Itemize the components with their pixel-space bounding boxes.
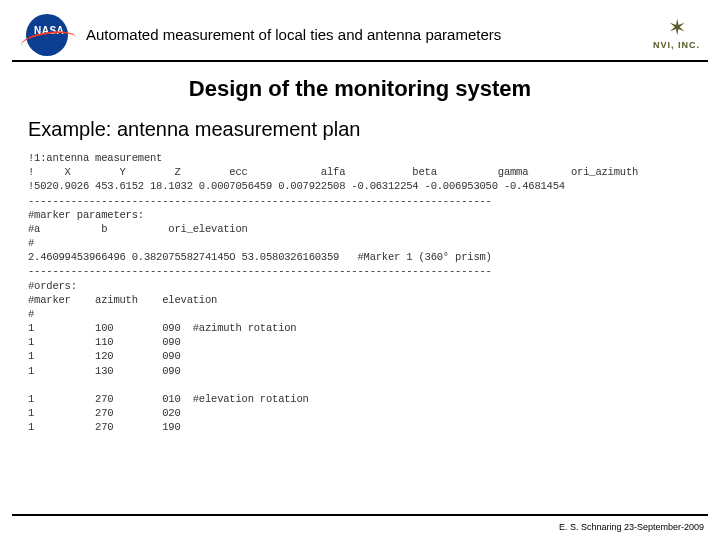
content-subtitle: Example: antenna measurement plan bbox=[28, 118, 692, 141]
footer-divider bbox=[12, 514, 708, 516]
measurement-plan-code: !1:antenna measurement ! X Y Z ecc alfa … bbox=[28, 151, 692, 434]
header-divider bbox=[12, 60, 708, 62]
footer-attribution: E. S. Schnaring 23-September-2009 bbox=[559, 522, 704, 532]
nvi-logo-text: NVI, INC. bbox=[653, 40, 700, 50]
nvi-star-icon: ✶ bbox=[668, 17, 686, 39]
slide-header: NASA Automated measurement of local ties… bbox=[0, 0, 720, 60]
section-title: Design of the monitoring system bbox=[28, 76, 692, 102]
slide-content: Design of the monitoring system Example:… bbox=[0, 66, 720, 434]
nasa-logo: NASA bbox=[12, 12, 82, 57]
nvi-logo: ✶ NVI, INC. bbox=[638, 12, 708, 57]
slide-header-title: Automated measurement of local ties and … bbox=[82, 26, 638, 43]
